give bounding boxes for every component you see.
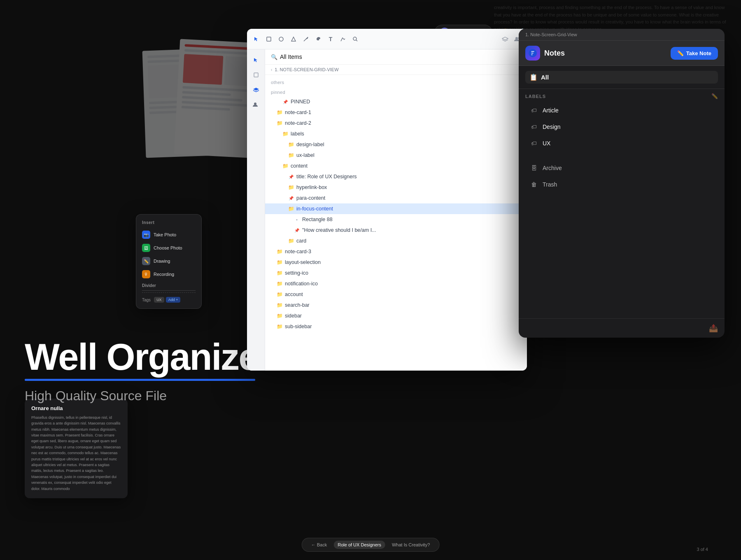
insert-item-choose[interactable]: 🖼 Choose Photo: [136, 241, 201, 254]
tree-item-note-card-1[interactable]: 📁 note-card-1: [265, 107, 527, 118]
tab-role-ux[interactable]: Role of UX Designers: [333, 541, 385, 549]
search-input[interactable]: [280, 54, 519, 60]
label-ux[interactable]: 🏷 UX: [525, 135, 718, 151]
label-design[interactable]: 🏷 Design: [525, 119, 718, 135]
hero-subtitle: High Quality Source File: [25, 388, 280, 404]
tree-item-note-card-2[interactable]: 📁 note-card-2: [265, 118, 527, 128]
circle-tool[interactable]: [275, 33, 287, 45]
notes-labels-section: LABELS ✏️ 🏷 Article 🏷 Design 🏷 UX 🗄 Arch…: [519, 89, 725, 318]
rail-frame-icon[interactable]: [249, 68, 263, 82]
breadcrumb-back-icon[interactable]: ‹: [271, 68, 272, 72]
tree-item-title-role[interactable]: 📌 title: Role of UX Designers: [265, 171, 527, 182]
shape-tool[interactable]: [337, 33, 349, 45]
rect-icon: ▪: [294, 217, 300, 222]
notes-nav: 📋 All: [519, 66, 725, 89]
tag-ux[interactable]: UX: [154, 297, 164, 303]
tags-row: Tags UX Add +: [136, 295, 201, 304]
icon-rail: [247, 49, 265, 371]
tree-item-label: account: [285, 292, 521, 297]
tree-item-layout-selection[interactable]: 📁 layout-selection: [265, 257, 527, 268]
insert-title: Insert: [136, 219, 201, 228]
pin-icon: 📌: [288, 175, 294, 179]
label-archive[interactable]: 🗄 Archive: [525, 160, 718, 176]
trash-icon: 🗑: [529, 180, 538, 189]
notes-nav-all[interactable]: 📋 All: [525, 71, 718, 84]
tree-item-notification-ico[interactable]: 📁 notification-ico: [265, 278, 527, 289]
group-others: others: [265, 77, 527, 86]
notes-header: Notes ✏️ Take Note: [519, 41, 725, 66]
folder-icon: 📁: [277, 324, 282, 329]
export-icon[interactable]: 📤: [709, 324, 718, 333]
pin-icon: 📌: [294, 228, 300, 233]
mic-icon: 🎙: [142, 270, 150, 278]
tree-item-in-focus-content[interactable]: 📁 in-focus-content: [265, 203, 527, 214]
tree-item-label: PINNED: [291, 99, 521, 105]
tree-item-note-card-3[interactable]: 📁 note-card-3: [265, 246, 527, 257]
text-block-title: Ornare nulla: [31, 405, 121, 411]
svg-marker-9: [291, 37, 296, 41]
text-tool[interactable]: T: [324, 33, 337, 45]
label-trash[interactable]: 🗑 Trash: [525, 177, 718, 192]
tree-item-label: note-card-1: [285, 110, 521, 115]
frame-tool[interactable]: [263, 33, 275, 45]
rail-cursor-icon[interactable]: [249, 54, 263, 67]
layers-tool[interactable]: [499, 33, 511, 45]
rail-users-icon[interactable]: [249, 98, 263, 111]
triangle-tool[interactable]: [287, 33, 300, 45]
panel-toolbar: T: [247, 29, 527, 49]
label-article[interactable]: 🏷 Article: [525, 103, 718, 118]
folder-icon: 📁: [277, 270, 282, 276]
paint-tool[interactable]: [312, 33, 324, 45]
tree-item-account[interactable]: 📁 account: [265, 289, 527, 300]
tag-icon: 🏷: [529, 106, 538, 115]
tree-item-para-content[interactable]: 📌 para-content: [265, 193, 527, 203]
tree-item-label: hyperlink-box: [296, 184, 521, 190]
tree-item-labels[interactable]: 📁 labels: [265, 128, 527, 139]
take-note-button[interactable]: ✏️ Take Note: [671, 47, 718, 60]
group-pinned: pinned: [265, 86, 527, 96]
tree-item-label: sub-sidebar: [285, 324, 521, 329]
tree-item-card[interactable]: 📁 card: [265, 236, 527, 246]
pen-tool[interactable]: [300, 33, 312, 45]
photo-library-icon: 🖼: [142, 244, 150, 252]
tree-item-label: search-bar: [285, 302, 521, 308]
folder-icon: 📁: [282, 131, 288, 137]
rail-layers-icon[interactable]: [249, 83, 263, 96]
folder-icon: 📁: [288, 152, 294, 158]
tree-item-sidebar[interactable]: 📁 sidebar: [265, 310, 527, 321]
tree-item-how-creative[interactable]: 📌 "How creative should I be/am I...: [265, 225, 527, 236]
tree-item-label: notification-ico: [285, 281, 521, 287]
svg-point-8: [279, 37, 283, 41]
search-tool[interactable]: [349, 33, 361, 45]
tab-creativity[interactable]: What Is Creativity?: [388, 541, 434, 549]
tree-item-pinned[interactable]: 📌 PINNED: [265, 96, 527, 107]
cursor-tool[interactable]: [250, 33, 263, 45]
document-icon: 📋: [529, 73, 538, 81]
tree-item-label: para-content: [296, 195, 521, 201]
tree-header: 🔍 ▾: [265, 49, 527, 65]
folder-icon: 📁: [277, 249, 282, 254]
tree-item-label: setting-ico: [285, 270, 521, 276]
tree-item-ux-label[interactable]: 📁 ux-label: [265, 150, 527, 161]
folder-icon: 📁: [277, 120, 282, 126]
tree-item-setting-ico[interactable]: 📁 setting-ico: [265, 268, 527, 278]
insert-item-drawing[interactable]: ✏️ Drawing: [136, 254, 201, 268]
tree-item-label: title: Role of UX Designers: [296, 174, 521, 180]
tree-item-rectangle-88[interactable]: ▪ Rectangle 88: [265, 214, 527, 225]
tree-item-content[interactable]: 📁 content: [265, 161, 527, 171]
label-name-trash: Trash: [543, 181, 557, 188]
tab-back[interactable]: ← Back: [307, 541, 331, 549]
tag-add[interactable]: Add +: [166, 297, 181, 303]
notes-breadcrumb-text: 1. Note-Screen-Grid-View: [525, 32, 577, 37]
tree-item-search-bar[interactable]: 📁 search-bar: [265, 300, 527, 310]
insert-item-recording[interactable]: 🎙 Recording: [136, 268, 201, 281]
tree-item-design-label[interactable]: 📁 design-label: [265, 139, 527, 150]
tree-item-label: "How creative should I be/am I...: [302, 227, 521, 233]
spacer: [525, 152, 718, 160]
tree-item-hyperlink-box[interactable]: 📁 hyperlink-box: [265, 182, 527, 193]
edit-icon[interactable]: ✏️: [711, 93, 718, 99]
label-name-archive: Archive: [543, 165, 562, 171]
tree-item-sub-sidebar[interactable]: 📁 sub-sidebar: [265, 321, 527, 332]
insert-item-photo[interactable]: 📷 Take Photo: [136, 228, 201, 241]
folder-icon: 📁: [282, 163, 288, 169]
